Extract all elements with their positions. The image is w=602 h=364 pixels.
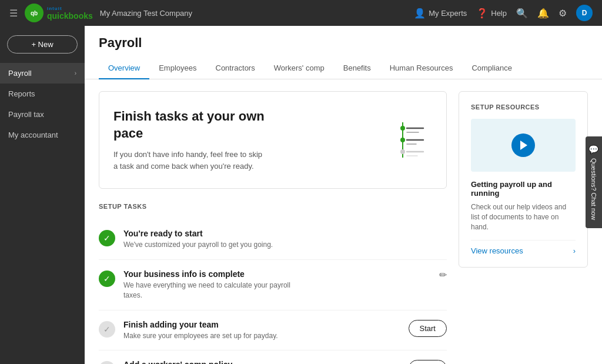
avatar-letter: D [582,9,587,17]
view-resources-label: View resources [471,246,523,255]
settings-icon[interactable]: ⚙ [558,8,567,19]
setup-tasks-label: SETUP TASKS [99,203,447,210]
quickbooks-label: quickbooks [47,11,93,21]
task-desc: We have everything we need to calculate … [123,280,300,300]
hero-text: Finish tasks at your own pace If you don… [113,108,266,172]
main-layout: + New Payroll › Reports Payroll tax My a… [0,26,602,364]
task-body: Finish adding your team Make sure your e… [123,320,400,341]
page-header: Payroll Overview Employees Contractors W… [85,26,602,79]
play-button[interactable] [511,133,535,157]
hamburger-icon[interactable]: ☰ [9,8,18,19]
task-desc: Make sure your employees are set up for … [123,331,300,341]
view-resources-link[interactable]: View resources › [471,240,576,255]
main-content: Finish tasks at your own pace If you don… [85,79,602,364]
setup-resources-label: SETUP RESOURCES [471,103,576,111]
resource-desc: Check out our help videos and list of do… [471,202,576,232]
task-item: ✓ Finish adding your team Make sure your… [99,310,447,351]
content-area: Payroll Overview Employees Contractors W… [85,26,602,364]
intuit-logo: intuit quickbooks [47,6,93,21]
video-thumbnail[interactable] [471,119,576,172]
tab-workers-comp[interactable]: Workers' comp [265,58,334,79]
tab-compliance[interactable]: Compliance [462,58,521,79]
sidebar-item-payroll-tax[interactable]: Payroll tax [0,104,85,125]
help-icon: ❓ [476,8,488,19]
sidebar-item-reports-label: Reports [8,89,35,98]
task-done-icon: ✓ [99,230,115,246]
svg-point-2 [400,138,405,142]
task-pending-icon: ✓ [99,321,115,338]
sidebar-item-my-accountant[interactable]: My accountant [0,125,85,145]
task-action: ✏ [439,269,447,280]
sidebar-item-payroll[interactable]: Payroll › [0,63,85,84]
hero-illustration [373,116,432,163]
header-right: 👤 My Experts ❓ Help 🔍 🔔 ⚙ D [414,5,593,21]
page-title: Payroll [99,35,588,51]
svg-point-1 [400,126,405,131]
tab-employees[interactable]: Employees [149,58,206,79]
company-name: My Amazing Test Company [100,9,192,18]
task-action: Start [409,360,447,364]
chat-label: Questions? Chat now [590,158,597,219]
task-item: ✓ You're ready to start We've customized… [99,219,447,260]
start-button[interactable]: Start [409,320,447,337]
help-label: Help [491,9,507,18]
edit-icon[interactable]: ✏ [439,269,447,280]
my-experts-icon: 👤 [414,8,426,19]
task-title: Your business info is complete [123,269,431,279]
task-done-icon: ✓ [99,271,115,287]
logo-area: qb intuit quickbooks [25,4,93,22]
setup-tasks: SETUP TASKS ✓ You're ready to start We'v… [99,203,447,364]
quickbooks-logo: qb [25,4,44,22]
my-experts-label: My Experts [429,9,467,18]
setup-resources-card: SETUP RESOURCES Getting payroll up and r… [459,91,588,268]
right-column: SETUP RESOURCES Getting payroll up and r… [459,91,588,364]
sidebar-item-reports[interactable]: Reports [0,84,85,104]
resource-title: Getting payroll up and running [471,180,576,198]
hero-description: If you don't have info handy, feel free … [113,149,266,172]
task-title: Add a workers' comp policy [123,360,400,364]
left-column: Finish tasks at your own pace If you don… [99,91,447,364]
tabs: Overview Employees Contractors Workers' … [99,58,588,79]
logo-text: qb [31,10,38,16]
hero-banner: Finish tasks at your own pace If you don… [99,91,447,189]
my-experts-button[interactable]: 👤 My Experts [414,8,467,19]
tab-benefits[interactable]: Benefits [334,58,380,79]
tab-human-resources[interactable]: Human Resources [380,58,463,79]
tab-contractors[interactable]: Contractors [206,58,265,79]
chevron-right-icon: › [573,246,576,255]
bell-icon[interactable]: 🔔 [537,8,549,19]
start-button[interactable]: Start [409,360,447,364]
task-body: Your business info is complete We have e… [123,269,431,300]
header-left: ☰ qb intuit quickbooks My Amazing Test C… [9,4,192,22]
top-header: ☰ qb intuit quickbooks My Amazing Test C… [0,0,602,26]
task-pending-icon: ✓ [99,361,115,364]
sidebar: + New Payroll › Reports Payroll tax My a… [0,26,85,364]
svg-point-3 [400,149,405,154]
help-button[interactable]: ❓ Help [476,8,507,19]
task-title: Finish adding your team [123,320,400,329]
task-title: You're ready to start [123,229,447,238]
task-body: You're ready to start We've customized y… [123,229,447,250]
new-button[interactable]: + New [7,35,78,54]
checklist-illustration [376,116,429,163]
intuit-label: intuit [47,6,62,11]
task-desc: We've customized your payroll to get you… [123,240,300,250]
search-icon[interactable]: 🔍 [516,8,528,19]
task-body: Add a workers' comp policy Comply with s… [123,360,400,364]
task-item: ✓ Add a workers' comp policy Comply with… [99,350,447,364]
play-icon [520,141,527,150]
sidebar-item-payroll-label: Payroll [8,69,32,78]
avatar[interactable]: D [576,5,593,21]
chevron-right-icon: › [75,70,76,76]
sidebar-item-my-accountant-label: My accountant [8,131,58,139]
chat-panel[interactable]: 💬 Questions? Chat now [586,136,602,228]
chat-icon: 💬 [589,144,598,154]
hero-heading: Finish tasks at your own pace [113,108,266,142]
sidebar-item-payroll-tax-label: Payroll tax [8,110,44,119]
task-action: Start [409,320,447,337]
tab-overview[interactable]: Overview [99,58,149,79]
task-item: ✓ Your business info is complete We have… [99,260,447,310]
